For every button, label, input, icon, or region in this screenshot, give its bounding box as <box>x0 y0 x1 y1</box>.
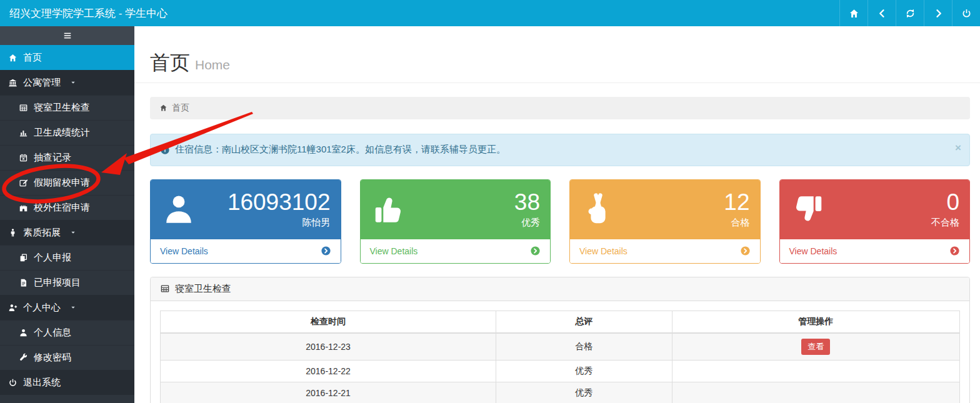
sidebar-item-hygiene-score-stats[interactable]: 卫生成绩统计 <box>0 120 134 145</box>
copy-icon <box>19 253 28 262</box>
stat-label: 合格 <box>724 217 749 229</box>
view-details-link[interactable]: View Details <box>151 239 341 263</box>
view-button[interactable]: 查看 <box>801 339 830 355</box>
fort-icon <box>19 203 28 212</box>
table-header-row: 检查时间 总评 管理操作 <box>161 311 960 333</box>
thumbs-up-icon <box>371 191 407 227</box>
male-icon <box>8 228 18 237</box>
table-icon <box>160 284 170 294</box>
stat-value: 0 <box>931 190 959 216</box>
circle-arrow-right-icon <box>949 246 960 256</box>
chevron-left-icon <box>877 8 888 19</box>
sidebar-item-personal-info[interactable]: 个人信息 <box>0 320 134 345</box>
home-icon <box>159 104 168 112</box>
back-button[interactable] <box>868 0 896 26</box>
sidebar-item-apartment-management[interactable]: 公寓管理 <box>0 70 134 95</box>
stat-card-student-id: 16093102陈怡男 View Details <box>150 179 341 264</box>
sidebar-item-label: 假期留校申请 <box>34 177 90 189</box>
logout-power-button[interactable] <box>952 0 980 26</box>
sidebar-item-label: 个人信息 <box>34 327 71 339</box>
main-content: 首页Home 首页 住宿信息：南山校区文澜书院11幢301室2床。如信息有误，请… <box>134 26 980 403</box>
stat-cards-row: 16093102陈怡男 View Details 38优秀 View Detai… <box>150 179 970 264</box>
sidebar-item-personal-center[interactable]: 个人中心 <box>0 295 134 320</box>
sidebar-item-change-password[interactable]: 修改密码 <box>0 345 134 370</box>
sidebar-item-spot-check-records[interactable]: 抽查记录 <box>0 145 134 170</box>
sidebar-item-home[interactable]: 首页 <box>0 45 134 70</box>
stat-card-body: 0不合格 <box>780 180 970 239</box>
forward-button[interactable] <box>924 0 952 26</box>
sidebar: 首页 公寓管理 寝室卫生检查 卫生成绩统计 抽查记录 假期留校申请 校外住宿申请… <box>0 26 134 403</box>
stat-card-excellent: 38优秀 View Details <box>360 179 551 264</box>
table-icon <box>19 103 28 112</box>
home-button[interactable] <box>839 0 868 26</box>
sidebar-item-holiday-stay-application[interactable]: 假期留校申请 <box>0 170 134 195</box>
sidebar-item-label: 校外住宿申请 <box>34 202 90 214</box>
sidebar-item-label: 抽查记录 <box>34 152 71 164</box>
sidebar-item-dorm-hygiene-check[interactable]: 寝室卫生检查 <box>0 95 134 120</box>
refresh-icon <box>905 8 916 19</box>
view-details-label: View Details <box>579 246 628 256</box>
panel-body: 检查时间 总评 管理操作 2016-12-23 合格 查看 2016-12-22 <box>151 301 969 403</box>
panel-heading: 寝室卫生检查 <box>151 277 969 301</box>
stat-card-body: 16093102陈怡男 <box>151 180 341 239</box>
top-navbar: 绍兴文理学院学工系统 - 学生中心 <box>0 0 980 26</box>
housing-info-alert: 住宿信息：南山校区文澜书院11幢301室2床。如信息有误，请联系辅导员更正。 × <box>150 134 970 166</box>
cell-grade: 合格 <box>496 333 672 361</box>
bar-chart-icon <box>19 128 28 137</box>
power-icon <box>8 378 18 387</box>
chevron-right-icon <box>933 8 944 19</box>
stat-label: 陈怡男 <box>228 217 331 229</box>
stat-label: 优秀 <box>514 217 540 229</box>
sidebar-item-label: 修改密码 <box>34 352 71 364</box>
bank-icon <box>8 78 18 87</box>
col-header-actions: 管理操作 <box>672 311 959 333</box>
alert-close-button[interactable]: × <box>955 142 961 153</box>
view-details-label: View Details <box>370 246 418 256</box>
view-details-label: View Details <box>789 246 838 256</box>
circle-arrow-right-icon <box>740 246 751 256</box>
panel-title: 寝室卫生检查 <box>175 283 231 295</box>
cell-check-date: 2016-12-21 <box>161 382 496 403</box>
cell-check-date: 2016-12-22 <box>161 360 496 382</box>
page-title-text: 首页 <box>150 51 190 74</box>
table-row: 2016-12-21 优秀 <box>161 382 960 403</box>
caret-down-icon <box>69 229 77 236</box>
table-row: 2016-12-22 优秀 <box>161 360 960 382</box>
sidebar-item-logout[interactable]: 退出系统 <box>0 370 134 395</box>
view-details-link[interactable]: View Details <box>361 239 551 263</box>
stat-value: 16093102 <box>228 190 331 216</box>
refresh-button[interactable] <box>896 0 924 26</box>
cell-actions: 查看 <box>672 333 959 361</box>
sidebar-item-label: 卫生成绩统计 <box>34 127 90 139</box>
navbar-actions <box>839 0 980 26</box>
view-details-link[interactable]: View Details <box>780 239 970 263</box>
sidebar-item-offcampus-housing-application[interactable]: 校外住宿申请 <box>0 195 134 220</box>
content-header: 首页Home <box>134 26 980 83</box>
sidebar-item-label: 退出系统 <box>23 377 61 389</box>
alert-text: 住宿信息：南山校区文澜书院11幢301室2床。如信息有误，请联系辅导员更正。 <box>175 144 506 156</box>
col-header-overall-grade: 总评 <box>496 311 672 333</box>
sidebar-item-personal-declaration[interactable]: 个人申报 <box>0 245 134 270</box>
cell-grade: 优秀 <box>496 360 672 382</box>
thumbs-down-icon <box>790 191 826 227</box>
stat-value: 38 <box>514 190 540 216</box>
sidebar-item-label: 个人中心 <box>23 302 61 314</box>
stat-card-fail: 0不合格 View Details <box>779 179 971 264</box>
col-header-check-date: 检查时间 <box>161 311 496 333</box>
home-icon <box>8 53 18 62</box>
dorm-hygiene-panel: 寝室卫生检查 检查时间 总评 管理操作 2016-12-23 <box>150 277 970 403</box>
breadcrumb-home-link[interactable]: 首页 <box>172 102 189 114</box>
stat-card-pass: 12合格 View Details <box>569 179 761 264</box>
sidebar-item-label: 素质拓展 <box>23 227 61 239</box>
view-details-link[interactable]: View Details <box>570 239 760 263</box>
cell-actions <box>672 382 959 403</box>
stat-card-body: 12合格 <box>570 180 760 239</box>
sidebar-item-quality-development[interactable]: 素质拓展 <box>0 220 134 245</box>
view-details-label: View Details <box>160 246 208 256</box>
page-title: 首页Home <box>150 51 964 74</box>
user-icon <box>161 191 197 227</box>
sidebar-toggle-button[interactable] <box>0 26 134 45</box>
sidebar-item-declared-projects[interactable]: 已申报项目 <box>0 270 134 295</box>
circle-arrow-right-icon <box>530 246 541 256</box>
hamburger-icon <box>62 30 73 41</box>
